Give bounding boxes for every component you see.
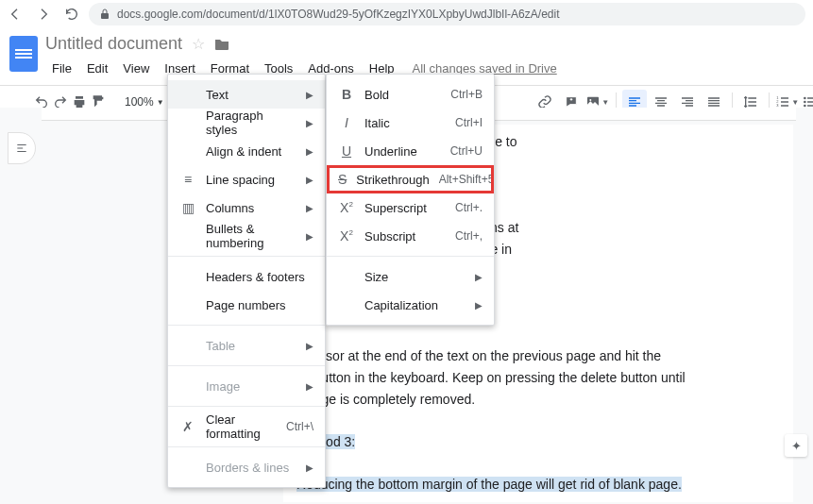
menu-item-label: Underline bbox=[364, 144, 441, 159]
format-menu-item[interactable]: Align & indent▶ bbox=[168, 137, 325, 165]
format-menu-item[interactable]: Text▶ bbox=[168, 80, 325, 109]
submenu-caret-icon: ▶ bbox=[306, 203, 313, 213]
svg-point-2 bbox=[589, 99, 591, 101]
menu-item-label: Capitalization bbox=[364, 298, 466, 312]
submenu-caret-icon: ▶ bbox=[306, 118, 313, 128]
menu-item-label: Borders & lines bbox=[206, 461, 296, 475]
clear-icon: ✗ bbox=[179, 419, 196, 434]
format-menu-item[interactable]: Bullets & numbering▶ bbox=[168, 222, 325, 250]
submenu-caret-icon: ▶ bbox=[306, 90, 313, 100]
text-submenu-item[interactable]: IItalicCtrl+I bbox=[327, 109, 494, 137]
menu-shortcut: Ctrl+I bbox=[455, 116, 483, 129]
text-line: 'E' button in the keyboard. Keep on pres… bbox=[296, 368, 780, 388]
superscript-icon: X2 bbox=[338, 200, 355, 215]
submenu-caret-icon: ▶ bbox=[306, 341, 313, 351]
menu-item-label: Bold bbox=[364, 88, 441, 102]
star-icon[interactable]: ☆ bbox=[192, 35, 205, 53]
format-menu-item: Borders & lines▶ bbox=[168, 453, 325, 481]
submenu-caret-icon: ▶ bbox=[306, 175, 313, 185]
submenu-caret-icon: ▶ bbox=[306, 381, 313, 392]
text-submenu-item[interactable]: X2SubscriptCtrl+, bbox=[327, 222, 494, 250]
menu-item-label: Page numbers bbox=[206, 298, 313, 312]
menu-item-label: Size bbox=[364, 270, 466, 284]
menu-item-label: Bullets & numbering bbox=[206, 222, 296, 250]
submenu-caret-icon: ▶ bbox=[306, 231, 313, 242]
format-menu-item[interactable]: ▥Columns▶ bbox=[168, 193, 325, 222]
menu-edit[interactable]: Edit bbox=[80, 58, 114, 79]
text-line: k page is completely removed. bbox=[296, 390, 780, 410]
italic-icon: I bbox=[338, 115, 355, 130]
menu-shortcut: Ctrl+B bbox=[450, 88, 483, 101]
format-menu-item: Image▶ bbox=[168, 372, 325, 400]
menu-shortcut: Ctrl+. bbox=[455, 201, 483, 214]
menu-item-label: Italic bbox=[364, 116, 446, 130]
menu-item-label: Text bbox=[206, 88, 296, 102]
zoom-select[interactable]: 100%▼ bbox=[121, 95, 168, 109]
text-submenu-item[interactable]: Size▶ bbox=[327, 262, 494, 291]
outline-toggle-button[interactable] bbox=[8, 132, 36, 164]
menu-shortcut: Alt+Shift+5 bbox=[439, 173, 495, 186]
text-submenu-item[interactable]: Capitalization▶ bbox=[327, 291, 494, 319]
bold-icon: B bbox=[338, 87, 355, 102]
menu-view[interactable]: View bbox=[116, 58, 156, 79]
back-icon[interactable] bbox=[8, 7, 23, 22]
text-submenu-item[interactable]: UUnderlineCtrl+U bbox=[327, 137, 494, 165]
format-menu-item[interactable]: ≡Line spacing▶ bbox=[168, 165, 325, 193]
submenu-caret-icon: ▶ bbox=[475, 272, 483, 282]
submenu-caret-icon: ▶ bbox=[475, 300, 483, 311]
format-menu-item: Table▶ bbox=[168, 331, 325, 360]
text-submenu-item[interactable]: SStrikethroughAlt+Shift+5 bbox=[327, 165, 494, 193]
svg-rect-0 bbox=[101, 13, 109, 19]
text-line: e cursor at the end of the text on the p… bbox=[296, 346, 780, 366]
subscript-icon: X2 bbox=[338, 228, 355, 244]
forward-icon[interactable] bbox=[36, 7, 51, 22]
submenu-caret-icon: ▶ bbox=[306, 462, 313, 473]
text-submenu-item[interactable]: X2SuperscriptCtrl+. bbox=[327, 193, 494, 222]
document-title[interactable]: Untitled document bbox=[45, 34, 182, 54]
format-menu-item[interactable]: ✗Clear formattingCtrl+\ bbox=[168, 412, 325, 441]
menu-item-label: Clear formatting bbox=[206, 412, 277, 441]
lock-icon bbox=[100, 8, 110, 20]
menu-item-label: Subscript bbox=[364, 229, 446, 244]
selected-text: Reducing the bottom margin of the page w… bbox=[296, 477, 682, 492]
docs-logo-icon[interactable] bbox=[9, 36, 38, 72]
menu-file[interactable]: File bbox=[45, 58, 78, 79]
text-submenu-item[interactable]: BBoldCtrl+B bbox=[327, 80, 494, 109]
format-dropdown: Text▶Paragraph styles▶Align & indent▶≡Li… bbox=[167, 74, 326, 488]
line-icon: ≡ bbox=[179, 172, 196, 187]
format-menu-item[interactable]: Headers & footers bbox=[168, 262, 325, 291]
menu-item-label: Columns bbox=[206, 201, 296, 215]
move-folder-icon[interactable] bbox=[214, 38, 229, 51]
menu-shortcut: Ctrl+, bbox=[455, 229, 483, 243]
svg-point-7 bbox=[804, 101, 806, 104]
menu-item-label: Superscript bbox=[364, 201, 446, 215]
menu-item-label: Strikethrough bbox=[356, 173, 429, 187]
address-bar[interactable]: docs.google.com/document/d/1lX0TO8Wud29-… bbox=[89, 3, 805, 25]
menu-item-label: Paragraph styles bbox=[206, 109, 296, 137]
svg-point-6 bbox=[804, 97, 806, 100]
reload-icon[interactable] bbox=[64, 7, 79, 22]
format-menu-item[interactable]: Page numbers bbox=[168, 291, 325, 319]
menu-item-label: Line spacing bbox=[206, 173, 296, 187]
format-menu-item[interactable]: Paragraph styles▶ bbox=[168, 109, 325, 137]
menu-shortcut: Ctrl+\ bbox=[286, 420, 313, 433]
menu-item-label: Table bbox=[206, 339, 296, 353]
menu-item-label: Align & indent bbox=[206, 144, 296, 159]
underline-icon: U bbox=[338, 143, 355, 159]
svg-point-8 bbox=[804, 105, 806, 108]
strikethrough-icon: S bbox=[338, 172, 347, 187]
text-submenu: BBoldCtrl+BIItalicCtrl+IUUnderlineCtrl+U… bbox=[326, 74, 495, 326]
menu-shortcut: Ctrl+U bbox=[450, 144, 483, 158]
cols-icon: ▥ bbox=[179, 200, 196, 215]
submenu-caret-icon: ▶ bbox=[306, 146, 313, 157]
menu-item-label: Headers & footers bbox=[206, 270, 313, 284]
url-text: docs.google.com/document/d/1lX0TO8Wud29-… bbox=[117, 8, 559, 21]
menu-item-label: Image bbox=[206, 379, 296, 394]
explore-button[interactable]: ✦ bbox=[785, 434, 807, 457]
